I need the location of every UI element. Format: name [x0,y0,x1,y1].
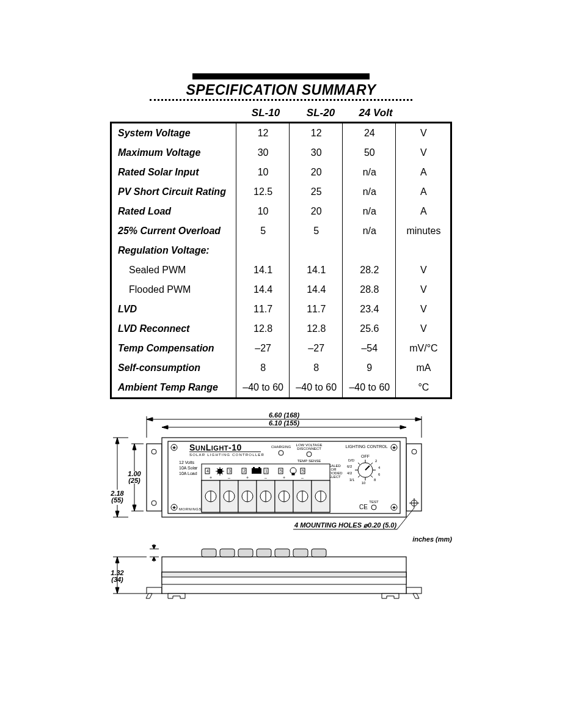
lbl-10as: 10A Solar [179,466,198,470]
table-row: Flooded PWM14.414.428.8V [111,280,451,300]
page-title: SPECIFICATION SUMMARY [150,82,412,100]
cell: mA [395,358,451,378]
cell: 25.6 [342,319,395,339]
svg-text:+: + [173,445,176,450]
svg-rect-93 [258,467,260,468]
table-row: 25% Current Overload55n/aminutes [111,221,451,241]
cell: 11.7 [236,300,289,319]
cell: –27 [289,339,342,358]
table-row: Sealed PWM14.114.128.2V [111,260,451,280]
svg-marker-130 [115,587,119,594]
svg-text:1: 1 [265,469,268,473]
svg-text:5: 5 [280,469,282,473]
cell: 24 [342,123,395,144]
row-label: 25% Current Overload [111,221,236,241]
col-24v: 24 Volt [348,107,403,119]
cell: n/a [342,202,395,221]
table-row: Self-consumption889mA [111,358,451,378]
cell: 10 [236,163,289,182]
svg-marker-113 [133,505,136,511]
col-sl20: SL-20 [293,107,348,119]
cell: –27 [236,339,289,358]
cell: 20 [289,202,342,221]
svg-text:+: + [393,505,396,510]
svg-rect-91 [252,468,261,474]
cell: V [395,143,451,163]
svg-text:SUNLIGHT-10: SUNLIGHT-10 [189,443,242,452]
cell [289,241,342,260]
lbl-10al: 10A Load [179,471,197,476]
svg-text:2: 2 [243,469,246,473]
svg-marker-3 [147,417,153,421]
svg-text:+: + [210,476,212,480]
cell: °C [395,378,451,399]
dim-overall-width: 6.60 (168) [269,411,299,419]
svg-rect-138 [202,549,216,557]
svg-point-28 [279,450,283,455]
svg-text:3: 3 [228,469,231,473]
svg-rect-141 [257,549,271,557]
svg-text:4/2: 4/2 [347,471,352,475]
cell: 10 [236,202,289,221]
row-label: LVD [111,300,236,319]
svg-text:D/D: D/D [348,458,355,462]
row-label: Self-consumption [111,358,236,378]
svg-text:(55): (55) [111,496,123,504]
table-row: Rated Solar Input1020n/aA [111,163,451,182]
cell [342,241,395,260]
cell: 28.2 [342,260,395,280]
row-label: Ambient Temp Range [111,378,236,399]
svg-text:+: + [283,476,285,480]
cell: –40 to 60 [342,378,395,399]
table-row: Temp Compensation–27–27–54mV/°C [111,339,451,358]
cell: 20 [289,163,342,182]
cell: 12.5 [236,182,289,202]
svg-marker-6 [162,425,168,429]
svg-rect-137 [162,572,406,577]
dim-body-width: 6.10 (155) [269,419,299,427]
cell: 14.1 [289,260,342,280]
svg-marker-150 [152,557,156,561]
cell: 28.8 [342,280,395,300]
table-row: Maximum Voltage303050V [111,143,451,163]
cell: 14.1 [236,260,289,280]
svg-marker-111 [133,444,136,450]
title-underline [150,99,412,101]
cell: 8 [289,358,342,378]
lbl-temp: TEMP SENSE [297,459,321,463]
cell: –40 to 60 [289,378,342,399]
svg-text:4: 4 [206,469,209,473]
svg-text:TEST: TEST [369,500,379,504]
svg-text:(34): (34) [111,576,123,583]
cell: V [395,300,451,319]
svg-text:–: – [301,476,304,480]
lbl-charging: CHARGING [271,445,291,449]
svg-text:–: – [265,476,267,480]
svg-rect-140 [238,549,253,557]
title-block: SPECIFICATION SUMMARY [150,73,412,101]
spec-column-headers: SL-10 SL-20 24 Volt [110,107,452,122]
cell [395,241,451,260]
cell: 12.8 [289,319,342,339]
table-row: PV Short Circuit Rating12.525n/aA [111,182,451,202]
cell: V [395,319,451,339]
cell: 8 [236,358,289,378]
spec-table: System Voltage121224VMaximum Voltage3030… [110,122,452,399]
cell: 12 [289,123,342,144]
svg-text:(25): (25) [128,477,140,484]
cell: 14.4 [236,280,289,300]
title-bar [192,73,370,79]
svg-rect-92 [253,467,255,468]
svg-rect-139 [220,549,235,557]
cell: 25 [289,182,342,202]
cell: A [395,182,451,202]
holes-note: 4 MOUNTING HOLES ⌀0.20 (5.0) [294,521,396,529]
svg-rect-144 [312,549,326,557]
cell: A [395,163,451,182]
lbl-lvd2: DISCONNECT [297,447,321,450]
row-label: LVD Reconnect [111,319,236,339]
svg-marker-4 [415,417,422,421]
svg-text:6/2: 6/2 [347,465,352,468]
svg-text:CE: CE [359,504,368,510]
svg-text:10: 10 [362,481,366,485]
